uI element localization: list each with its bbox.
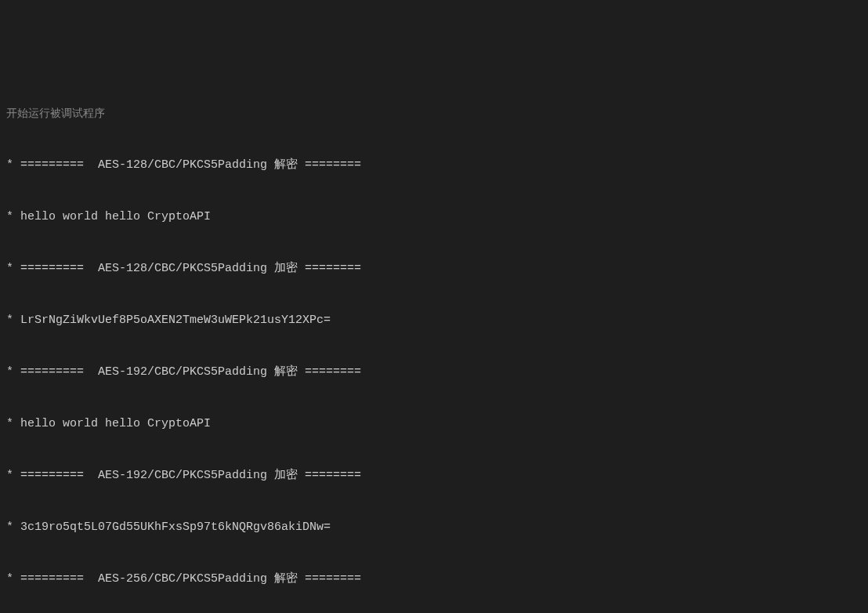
console-line: * ========= AES-128/CBC/PKCS5Padding 加密 … xyxy=(6,260,862,277)
console-line: * hello world hello CryptoAPI xyxy=(6,209,862,226)
console-output: 开始运行被调试程序 * ========= AES-128/CBC/PKCS5P… xyxy=(6,71,862,613)
console-line: * 3c19ro5qt5L07Gd55UKhFxsSp97t6kNQRgv86a… xyxy=(6,519,862,536)
console-line: * LrSrNgZiWkvUef8P5oAXEN2TmeW3uWEPk21usY… xyxy=(6,312,862,329)
console-line: * ========= AES-256/CBC/PKCS5Padding 解密 … xyxy=(6,571,862,588)
console-line: * hello world hello CryptoAPI xyxy=(6,415,862,433)
console-line: * ========= AES-128/CBC/PKCS5Padding 解密 … xyxy=(6,157,862,174)
console-line: * ========= AES-192/CBC/PKCS5Padding 加密 … xyxy=(6,467,862,484)
header-line: 开始运行被调试程序 xyxy=(6,105,862,122)
console-line: * ========= AES-192/CBC/PKCS5Padding 解密 … xyxy=(6,364,862,381)
